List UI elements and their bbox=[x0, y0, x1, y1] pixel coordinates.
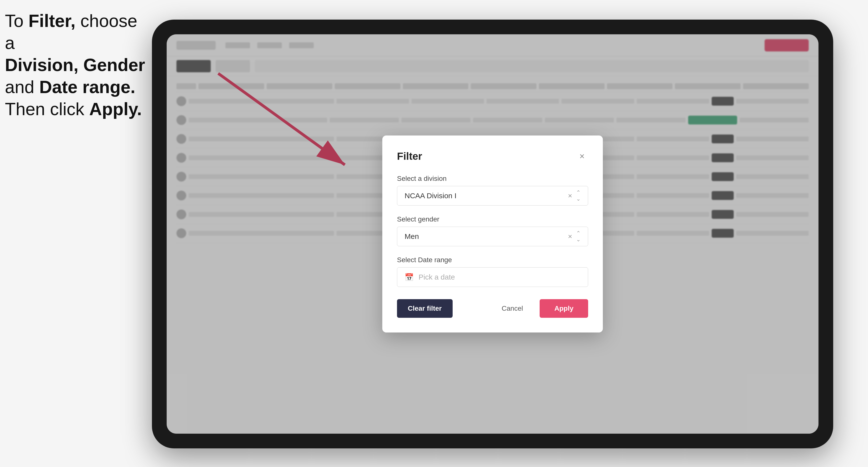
gender-selected-value: Men bbox=[405, 232, 419, 241]
gender-label: Select gender bbox=[397, 215, 588, 223]
instruction-bold-division-gender: Division, Gender bbox=[5, 55, 145, 75]
division-select-wrapper: NCAA Division I × ⌃⌄ bbox=[397, 186, 588, 206]
modal-header: Filter × bbox=[397, 150, 588, 162]
instruction-line3: and Date range. bbox=[5, 77, 135, 97]
close-icon: × bbox=[579, 151, 585, 161]
date-placeholder: Pick a date bbox=[418, 273, 455, 281]
division-select[interactable]: NCAA Division I × ⌃⌄ bbox=[397, 186, 588, 206]
instruction-line4: Then click Apply. bbox=[5, 99, 142, 119]
division-selected-value: NCAA Division I bbox=[405, 192, 457, 200]
cancel-button[interactable]: Cancel bbox=[491, 299, 534, 318]
gender-select-wrapper: Men × ⌃⌄ bbox=[397, 227, 588, 246]
gender-select-controls: × ⌃⌄ bbox=[568, 230, 581, 243]
division-form-group: Select a division NCAA Division I × ⌃⌄ bbox=[397, 175, 588, 206]
division-label: Select a division bbox=[397, 175, 588, 183]
tablet-frame: Filter × Select a division NCAA Division… bbox=[152, 20, 833, 448]
gender-select[interactable]: Men × ⌃⌄ bbox=[397, 227, 588, 246]
tablet-screen: Filter × Select a division NCAA Division… bbox=[167, 34, 818, 434]
instruction-line1: To Filter, choose a bbox=[5, 11, 137, 53]
instruction-block: To Filter, choose a Division, Gender and… bbox=[5, 10, 147, 120]
date-form-group: Select Date range 📅 Pick a date bbox=[397, 256, 588, 287]
division-clear-icon[interactable]: × bbox=[568, 192, 572, 200]
close-button[interactable]: × bbox=[576, 150, 588, 162]
modal-footer-right-buttons: Cancel Apply bbox=[491, 299, 588, 318]
instruction-bold-date: Date range. bbox=[39, 77, 135, 97]
apply-button[interactable]: Apply bbox=[539, 299, 588, 318]
gender-form-group: Select gender Men × ⌃⌄ bbox=[397, 215, 588, 246]
clear-filter-button[interactable]: Clear filter bbox=[397, 299, 453, 318]
division-chevron-icon: ⌃⌄ bbox=[576, 189, 581, 202]
instruction-bold-filter: Filter, bbox=[28, 11, 75, 31]
gender-clear-icon[interactable]: × bbox=[568, 232, 572, 241]
calendar-icon: 📅 bbox=[405, 273, 414, 282]
instruction-bold-apply: Apply. bbox=[89, 99, 142, 119]
modal-title: Filter bbox=[397, 150, 422, 162]
modal-footer: Clear filter Cancel Apply bbox=[397, 299, 588, 318]
date-label: Select Date range bbox=[397, 256, 588, 264]
date-picker[interactable]: 📅 Pick a date bbox=[397, 267, 588, 287]
gender-chevron-icon: ⌃⌄ bbox=[576, 230, 581, 243]
division-select-controls: × ⌃⌄ bbox=[568, 189, 581, 202]
filter-modal: Filter × Select a division NCAA Division… bbox=[382, 135, 603, 333]
